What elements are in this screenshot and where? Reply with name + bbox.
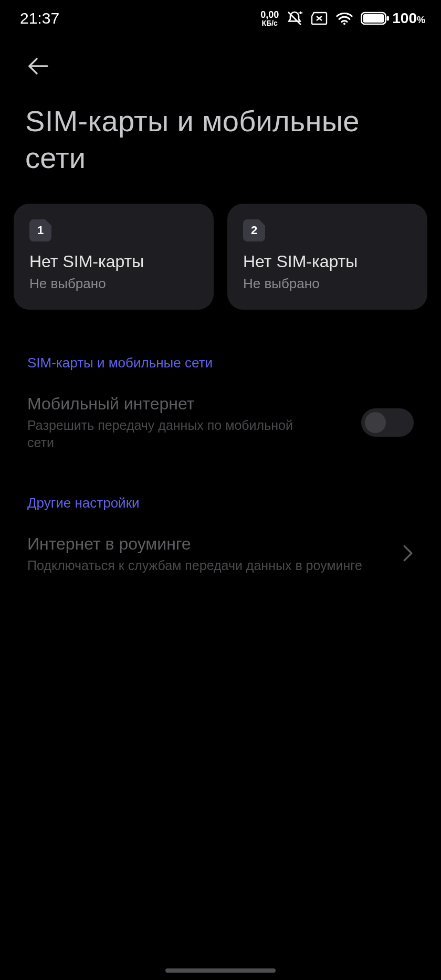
sim-badge-icon: 2 bbox=[243, 219, 265, 241]
section-header-sim-networks: SIM-карты и мобильные сети bbox=[27, 355, 414, 371]
roaming-title: Интернет в роуминге bbox=[27, 534, 392, 554]
section-header-other: Другие настройки bbox=[27, 495, 414, 511]
svg-rect-5 bbox=[363, 14, 384, 23]
sim-card-subtitle: Не выбрано bbox=[29, 276, 198, 292]
status-bar: 21:37 0,00 КБ/с bbox=[0, 0, 441, 37]
mobile-data-toggle[interactable] bbox=[361, 408, 414, 437]
sim-cards-row: 1 Нет SIM-карты Не выбрано 2 Нет SIM-кар… bbox=[0, 176, 441, 310]
toggle-knob bbox=[365, 412, 386, 433]
svg-point-3 bbox=[343, 23, 345, 25]
chevron-right-icon bbox=[402, 544, 414, 564]
sim-card-subtitle: Не выбрано bbox=[243, 276, 412, 292]
sim-badge-icon: 1 bbox=[29, 219, 51, 241]
sim-card-title: Нет SIM-карты bbox=[243, 252, 412, 271]
home-indicator[interactable] bbox=[165, 968, 276, 973]
status-time: 21:37 bbox=[20, 9, 59, 27]
status-right: 0,00 КБ/с 1 bbox=[260, 10, 425, 27]
sim-card-title: Нет SIM-карты bbox=[29, 252, 198, 271]
network-speed-value: 0,00 bbox=[260, 10, 279, 19]
network-speed: 0,00 КБ/с bbox=[260, 10, 279, 27]
wifi-icon bbox=[335, 12, 353, 25]
sim-card-2[interactable]: 2 Нет SIM-карты Не выбрано bbox=[227, 204, 427, 310]
battery-percent: 100% bbox=[392, 10, 425, 27]
mobile-data-subtitle: Разрешить передачу данных по мобильной с… bbox=[27, 417, 321, 451]
battery: 100% bbox=[361, 10, 425, 27]
svg-rect-6 bbox=[387, 16, 390, 21]
network-speed-unit: КБ/с bbox=[262, 19, 278, 27]
roaming-row[interactable]: Интернет в роуминге Подключаться к служб… bbox=[27, 531, 414, 577]
back-button[interactable] bbox=[22, 50, 54, 82]
roaming-subtitle: Подключаться к службам передачи данных в… bbox=[27, 557, 392, 574]
mobile-data-row[interactable]: Мобильный интернет Разрешить передачу да… bbox=[27, 391, 414, 454]
sim-card-1[interactable]: 1 Нет SIM-карты Не выбрано bbox=[14, 204, 214, 310]
mobile-data-title: Мобильный интернет bbox=[27, 394, 351, 414]
arrow-left-icon bbox=[25, 54, 50, 79]
dnd-icon bbox=[286, 10, 303, 27]
page-title: SIM-карты и мобильные сети bbox=[0, 82, 441, 176]
no-sim-icon bbox=[310, 11, 328, 26]
